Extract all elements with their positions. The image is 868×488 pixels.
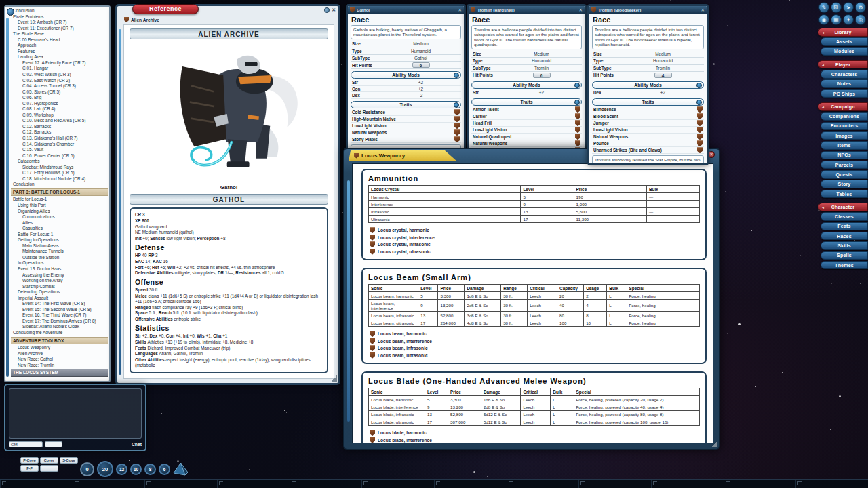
radial-menu-button[interactable] [7,8,14,16]
sidebar-button-themes[interactable]: Themes [821,261,868,270]
weaponry-tab[interactable]: Locus Weaponry [349,150,457,161]
lock-icon[interactable] [324,7,330,13]
nav-item[interactable]: C.06. Brig [11,95,108,101]
modifier-button-cover[interactable]: Cover [40,457,58,464]
trait-row[interactable]: Stony Plates [351,136,461,143]
nav-item[interactable]: In Operations [11,260,108,266]
star-icon[interactable]: ✦ [843,14,854,25]
hotbar-slot[interactable] [0,480,73,488]
nav-item[interactable]: Event 10: Ambush (CR 7) [11,20,108,26]
window-titlebar[interactable]: Tromlin (Hardshell)✕ [469,6,585,14]
d20-die[interactable]: 20 [97,461,113,477]
sidebar-button-player[interactable]: ◄Player [818,60,868,69]
modifier-button-f-f[interactable]: F-F [20,465,39,472]
nav-item[interactable]: Features [11,49,108,55]
nav-item[interactable]: Conclusion [11,182,108,188]
nav-item[interactable]: C.15. Vault [11,147,108,153]
nav-item[interactable]: Conclusion [11,8,108,14]
nav-item[interactable]: C.18. Mindshroud Nodule (CR 4) [11,176,108,182]
trait-row[interactable]: Jumper [592,120,704,127]
nav-item[interactable]: Event 16: The Third Wave (CR 7) [11,312,108,319]
close-icon[interactable]: ✕ [458,7,462,13]
nav-item[interactable]: Landing Area [11,54,108,60]
trait-row[interactable]: Natural Weapons [592,134,704,140]
paint-icon[interactable]: ✎ [818,2,829,13]
close-icon[interactable]: ✕ [332,7,336,13]
nav-item[interactable]: Event 15: The Second Wave (CR 8) [11,307,108,313]
sidebar-button-pc-ships[interactable]: PC Ships [821,89,868,98]
nav-item[interactable]: C.02. West Watch (CR 3) [11,72,108,78]
trait-row[interactable]: Natural Quadruped [471,134,582,140]
nav-item[interactable]: Event 13: Doctor Haas [11,266,108,272]
nav-item[interactable]: Sidebar: Mindshroud Rays [11,165,108,171]
resize-grip[interactable] [331,375,337,382]
sidebar-button-modules[interactable]: Modules [821,47,868,56]
sidebar-button-classes[interactable]: Classes [821,212,868,221]
expand-icon[interactable] [696,100,702,105]
nav-item[interactable]: Event 11: Executioner (CR 7) [11,26,108,32]
trait-row[interactable]: Blindsense [592,106,704,113]
item-link[interactable]: Locus beam, ultrasonic [370,352,700,359]
nav-item[interactable]: C.12. Barracks [11,124,108,130]
nav-item[interactable]: Communications [11,214,108,220]
nav-item[interactable]: Outside the Station [11,255,108,261]
nav-item[interactable]: Defending Operations [11,289,108,296]
nav-item[interactable]: Concluding the Adventure [11,330,108,336]
item-link[interactable]: Locus crystal, interference [370,235,700,241]
hotbar-slot[interactable] [144,480,217,488]
window-titlebar[interactable]: Gathol✕ [348,6,464,14]
trait-row[interactable]: Low-Light Vision [592,127,704,134]
modifier-button-p-cove[interactable]: P-Cove [20,457,39,464]
expand-icon[interactable] [696,83,702,88]
nav-item[interactable]: Casualties [11,226,108,232]
nav-item[interactable]: C.00 Besmara's Head [11,37,108,43]
chat-log[interactable] [9,388,142,439]
pointer-icon[interactable]: ➤ [843,2,854,13]
nav-item[interactable]: Using this Part [11,203,108,209]
nav-item[interactable]: C.14. Sidakana's Chamber [11,142,108,148]
trait-row[interactable]: Blood Scent [592,113,704,120]
hotbar-slot[interactable] [73,480,145,488]
nav-item[interactable]: Maintenance Tunnels [11,249,108,255]
sidebar-button-notes[interactable]: Notes [821,79,868,88]
close-icon[interactable]: ✕ [708,151,715,158]
expand-icon[interactable] [574,83,580,88]
nav-item[interactable]: C.05. Stores (CR 5) [11,89,108,96]
nav-item[interactable]: Locus Weaponry [11,345,108,351]
expand-icon[interactable] [574,100,580,105]
nav-item[interactable]: C.10. Mess and Rec Area (CR 5) [11,118,108,124]
trait-row[interactable]: Armor Talent [471,106,582,113]
trait-row[interactable]: Natural Weapons [351,129,461,136]
nav-item[interactable]: Starship Combat [11,284,108,290]
breadcrumb[interactable]: Alien Archive [124,17,159,22]
modifier-dial[interactable]: 0 [80,462,94,476]
trait-row[interactable]: Unarmed Strikes (Bite and Claws) [592,147,704,154]
d8-die[interactable]: 8 [144,464,156,475]
sidebar-button-characters[interactable]: Characters [821,70,868,79]
nav-item[interactable]: Catacombs [11,159,108,165]
hotbar-slot[interactable] [507,480,579,488]
item-link[interactable]: Locus crystal, ultrasonic [370,249,700,256]
creature-image[interactable] [131,42,327,184]
sidebar-button-campaign[interactable]: ◄Campaign [818,102,868,111]
expand-icon[interactable] [454,102,459,108]
d6-die[interactable]: 6 [159,464,170,475]
nav-item[interactable]: Assessing the Enemy [11,272,108,279]
window-title-badge[interactable]: Reference [132,4,199,14]
reference-scrollbar[interactable] [119,29,121,375]
speaker-field[interactable]: GM [9,441,43,448]
nav-item[interactable]: C.01. Hangar [11,66,108,72]
trait-row[interactable]: High-Mountain Native [351,116,461,123]
nav-item[interactable]: C.04. Access Tunnel (CR 3) [11,83,108,89]
sidebar-button-character[interactable]: ◄Character [818,203,868,211]
window-titlebar[interactable]: Tromlin (Bloodseeker)✕ [589,6,707,14]
nav-item[interactable]: Organizing Allies [11,209,108,215]
nav-item[interactable]: New Race: Gathol [11,357,108,363]
sidebar-button-images[interactable]: Images [821,131,868,140]
close-icon[interactable]: ✕ [579,7,583,13]
item-link[interactable]: Locus blade, harmonic [370,430,700,436]
hotbar-slot[interactable] [290,480,362,488]
sidebar-button-parcels[interactable]: Parcels [821,161,868,169]
gear-icon[interactable]: ⚙ [855,2,866,13]
nav-item[interactable]: C.08. Lab (CR 4) [11,106,108,113]
